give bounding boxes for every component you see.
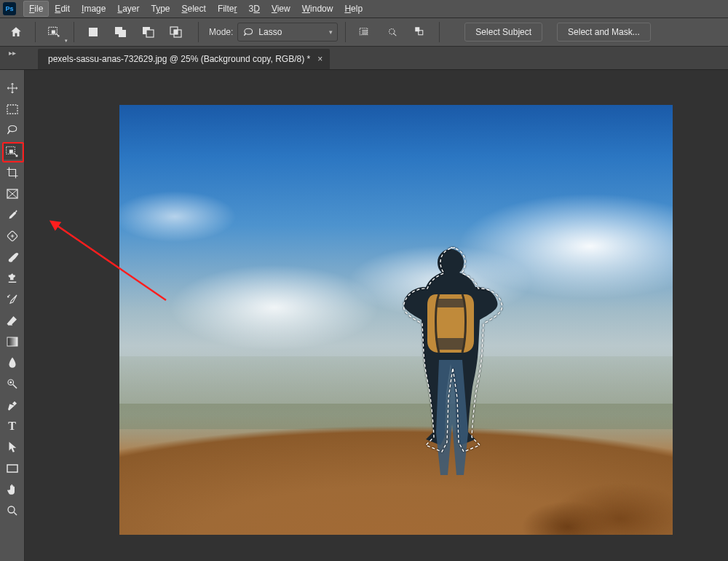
zoom-tool[interactable] [3,503,22,519]
rectangle-tool[interactable] [3,460,22,476]
svg-rect-4 [119,30,126,37]
panel-chevrons-icon[interactable]: ▸▸ [0,47,25,58]
tool-preset-picker[interactable]: ▾ [43,22,66,42]
app-logo: Ps [3,2,16,15]
mode-dropdown[interactable]: Lasso ▾ [237,23,338,42]
options-bar: ▾ Mode: Lasso ▾ Select Subject Select an… [0,17,728,47]
enhance-edge-icon[interactable] [381,22,404,42]
svg-point-21 [9,381,12,383]
menu-edit[interactable]: Edit [49,1,76,17]
document-tab-title: pexels-sassu-anas-732629.jpg @ 25% (Back… [48,54,310,64]
svg-rect-2 [89,28,98,36]
lasso-tool[interactable] [3,122,22,138]
svg-rect-19 [7,337,17,346]
home-button[interactable] [4,22,28,42]
subtract-from-selection-icon[interactable] [137,22,160,42]
menu-file[interactable]: File [23,1,49,17]
svg-rect-16 [9,150,12,154]
close-icon[interactable]: × [317,54,323,64]
menu-bar: Ps File Edit Image Layer Type Select Fil… [0,0,728,17]
move-tool[interactable] [3,80,22,96]
sample-all-layers-icon[interactable] [353,22,376,42]
select-and-mask-button[interactable]: Select and Mask... [557,23,651,42]
hand-tool[interactable] [3,482,22,498]
gradient-tool[interactable] [3,334,22,350]
type-tool[interactable]: T [3,418,22,434]
chevron-down-icon: ▾ [329,28,333,36]
menu-filter[interactable]: Filter [212,1,243,17]
svg-rect-6 [146,30,154,37]
main-area: T [0,70,728,561]
frame-tool[interactable] [3,186,22,202]
history-brush-tool[interactable] [3,291,22,307]
svg-point-23 [8,506,15,513]
path-selection-tool[interactable] [3,439,22,455]
svg-rect-9 [174,30,178,34]
healing-brush-tool[interactable] [3,228,22,244]
pen-tool[interactable] [3,397,22,413]
dodge-tool[interactable] [3,376,22,392]
svg-rect-14 [7,105,17,114]
new-selection-icon[interactable] [82,22,105,42]
crop-tool[interactable] [3,165,22,181]
rectangular-marquee-tool[interactable] [3,101,22,117]
lasso-icon [242,27,254,37]
clone-stamp-tool[interactable] [3,270,22,286]
menu-view[interactable]: View [266,1,296,17]
document-tab-bar: ▸▸ pexels-sassu-anas-732629.jpg @ 25% (B… [0,47,728,70]
add-to-selection-icon[interactable] [109,22,132,42]
menu-image[interactable]: Image [76,1,111,17]
svg-rect-22 [7,465,17,472]
tool-strip: T [0,70,25,561]
canvas-area[interactable] [25,70,728,561]
document-tab[interactable]: pexels-sassu-anas-732629.jpg @ 25% (Back… [38,49,330,69]
blur-tool[interactable] [3,355,22,371]
object-selection-tool[interactable] [3,144,22,160]
mode-label: Mode: [209,27,233,37]
objectfinder-icon[interactable] [408,22,432,42]
menu-3d[interactable]: 3D [243,1,266,17]
eraser-tool[interactable] [3,313,22,329]
menu-window[interactable]: Window [296,1,339,17]
menu-help[interactable]: Help [339,1,368,17]
select-subject-button[interactable]: Select Subject [464,23,542,42]
brush-tool[interactable] [3,249,22,265]
menu-layer[interactable]: Layer [111,1,145,17]
eyedropper-tool[interactable] [3,207,22,223]
menu-type[interactable]: Type [145,1,175,17]
svg-rect-1 [52,31,55,34]
mode-value: Lasso [258,27,282,37]
image-person [385,243,516,491]
menu-select[interactable]: Select [176,1,212,17]
intersect-selection-icon[interactable] [165,22,188,42]
svg-rect-12 [416,27,420,31]
document-canvas[interactable] [119,105,673,535]
